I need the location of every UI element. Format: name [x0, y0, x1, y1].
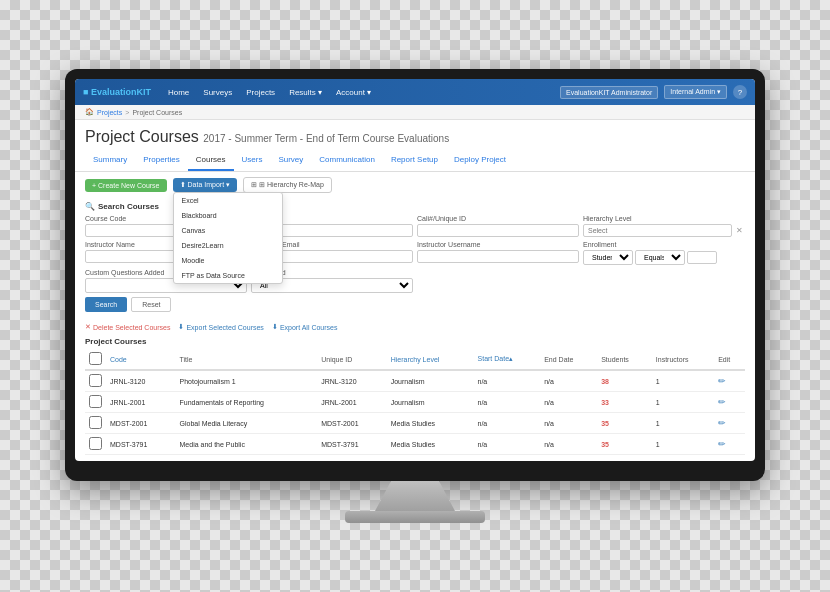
unique-id-input[interactable] [417, 224, 579, 237]
monitor: ■ EvaluationKIT Home Surveys Projects Re… [65, 69, 765, 481]
reset-button[interactable]: Reset [131, 297, 171, 312]
header-hierarchy[interactable]: Hierarchy Level [387, 349, 474, 370]
header-end-date: End Date [540, 349, 597, 370]
export-all-link[interactable]: ⬇ Export All Courses [272, 323, 338, 331]
row-unique-id: MDST-3791 [317, 434, 387, 455]
row-unique-id: MDST-2001 [317, 413, 387, 434]
table-section: Project Courses Code Title Unique ID Hie… [75, 334, 755, 461]
nav-projects[interactable]: Projects [239, 79, 282, 105]
breadcrumb-projects[interactable]: Projects [97, 109, 122, 116]
enrollment-field: Enrollment Students Faculty Equals Great… [583, 241, 745, 265]
row-checkbox[interactable] [89, 374, 102, 387]
export-selected-link[interactable]: ⬇ Export Selected Courses [178, 323, 263, 331]
row-code: JRNL-2001 [106, 392, 176, 413]
row-instructors: 1 [652, 370, 714, 392]
row-instructors: 1 [652, 392, 714, 413]
hierarchy-clear-button[interactable]: ✕ [734, 226, 745, 235]
row-students: 38 [597, 370, 652, 392]
hierarchy-remap-button[interactable]: ⊞ ⊞ Hierarchy Re-Map [243, 177, 332, 193]
table-header-row: Code Title Unique ID Hierarchy Level Sta… [85, 349, 745, 370]
tab-deploy[interactable]: Deploy Project [446, 150, 514, 171]
breadcrumb-sep1: > [125, 109, 129, 116]
nav-logo: ■ EvaluationKIT [83, 87, 151, 97]
row-hierarchy: Journalism [387, 392, 474, 413]
nav-right: EvaluationKIT Administrator Internal Adm… [560, 85, 747, 99]
enrollment-row: Students Faculty Equals Greater Than Les… [583, 250, 745, 265]
row-checkbox[interactable] [89, 416, 102, 429]
import-excel[interactable]: Excel [174, 193, 282, 208]
edit-icon[interactable]: ✏ [718, 439, 726, 449]
hierarchy-select-wrapper: ✕ [583, 224, 745, 237]
logo-icon: ■ [83, 87, 88, 97]
row-edit: ✏ [714, 392, 745, 413]
row-hierarchy: Media Studies [387, 434, 474, 455]
nav-results[interactable]: Results ▾ [282, 79, 329, 105]
import-moodle[interactable]: Moodle [174, 253, 282, 268]
tab-report-setup[interactable]: Report Setup [383, 150, 446, 171]
instructor-username-input[interactable] [417, 250, 579, 263]
row-students: 35 [597, 434, 652, 455]
help-button[interactable]: ? [733, 85, 747, 99]
header-start-date[interactable]: Start Date▴ [474, 349, 541, 370]
enrollment-equals-select[interactable]: Equals Greater Than Less Than [635, 250, 685, 265]
export-selected-label: Export Selected Courses [186, 324, 263, 331]
tab-communication[interactable]: Communication [311, 150, 383, 171]
row-students: 35 [597, 413, 652, 434]
enrollment-value-input[interactable] [687, 251, 717, 264]
hierarchy-input[interactable] [583, 224, 732, 237]
nav-account[interactable]: Account ▾ [329, 79, 378, 105]
import-blackboard[interactable]: Blackboard [174, 208, 282, 223]
hierarchy-icon: ⊞ [251, 181, 257, 189]
monitor-wrapper: ■ EvaluationKIT Home Surveys Projects Re… [65, 69, 765, 523]
instructor-username-label: Instructor Username [417, 241, 579, 248]
search-button[interactable]: Search [85, 297, 127, 312]
row-edit: ✏ [714, 370, 745, 392]
row-checkbox[interactable] [89, 395, 102, 408]
row-checkbox[interactable] [89, 437, 102, 450]
help-icon: ? [738, 88, 742, 97]
row-title: Global Media Literacy [176, 413, 318, 434]
row-instructors: 1 [652, 434, 714, 455]
courses-table: Code Title Unique ID Hierarchy Level Sta… [85, 349, 745, 455]
data-import-button[interactable]: ⬆ Data Import ▾ [173, 178, 238, 192]
nav-surveys[interactable]: Surveys [196, 79, 239, 105]
row-instructors: 1 [652, 413, 714, 434]
import-ftp[interactable]: FTP as Data Source [174, 268, 282, 283]
row-title: Fundamentals of Reporting [176, 392, 318, 413]
create-label: + Create New Course [92, 182, 160, 189]
select-all-checkbox[interactable] [89, 352, 102, 365]
search-title-text: Search Courses [98, 202, 159, 211]
delete-label: Delete Selected Courses [93, 324, 170, 331]
internal-admin-button[interactable]: Internal Admin ▾ [664, 85, 727, 99]
tab-properties[interactable]: Properties [135, 150, 187, 171]
hierarchy-label: ⊞ Hierarchy Re-Map [259, 181, 324, 189]
search-actions: Search Reset [85, 297, 745, 312]
tab-courses[interactable]: Courses [188, 150, 234, 171]
row-checkbox-cell [85, 392, 106, 413]
row-code: JRNL-3120 [106, 370, 176, 392]
enrollment-label: Enrollment [583, 241, 745, 248]
edit-icon[interactable]: ✏ [718, 376, 726, 386]
tab-survey[interactable]: Survey [270, 150, 311, 171]
edit-icon[interactable]: ✏ [718, 397, 726, 407]
tab-users[interactable]: Users [234, 150, 271, 171]
nav-home[interactable]: Home [161, 79, 196, 105]
row-students: 33 [597, 392, 652, 413]
row-start: n/a [474, 413, 541, 434]
import-desire2learn[interactable]: Desire2Learn [174, 238, 282, 253]
import-canvas[interactable]: Canvas [174, 223, 282, 238]
row-end: n/a [540, 413, 597, 434]
edit-icon[interactable]: ✏ [718, 418, 726, 428]
header-code[interactable]: Code [106, 349, 176, 370]
table-title: Project Courses [85, 337, 745, 346]
delete-selected-link[interactable]: ✕ Delete Selected Courses [85, 323, 170, 331]
table-row: JRNL-3120 Photojournalism 1 JRNL-3120 Jo… [85, 370, 745, 392]
nav-bar: ■ EvaluationKIT Home Surveys Projects Re… [75, 79, 755, 105]
unique-id-field: Cali#/Unique ID [417, 215, 579, 237]
row-start: n/a [474, 392, 541, 413]
page-subtitle: 2017 - Summer Term - End of Term Course … [203, 133, 449, 144]
tab-summary[interactable]: Summary [85, 150, 135, 171]
enrollment-type-select[interactable]: Students Faculty [583, 250, 633, 265]
admin-button[interactable]: EvaluationKIT Administrator [560, 86, 658, 99]
create-new-course-button[interactable]: + Create New Course [85, 179, 167, 192]
